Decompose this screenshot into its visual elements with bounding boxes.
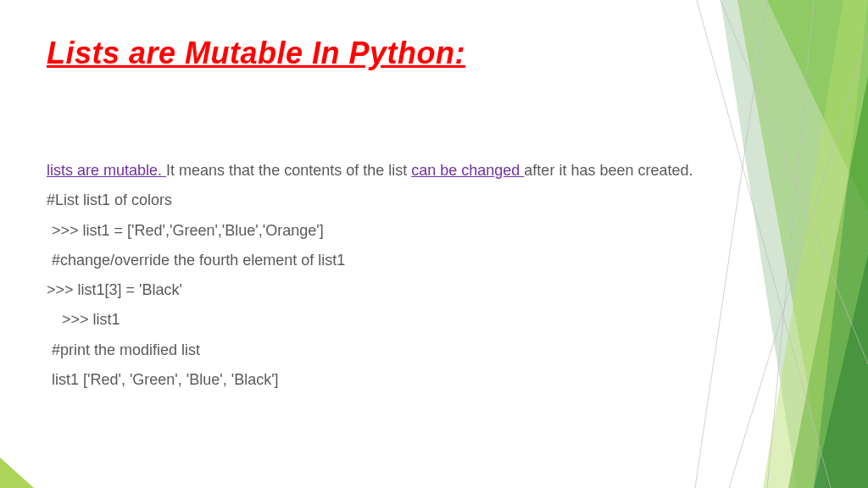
code-line: >>> list1 — [47, 309, 817, 330]
intro-text-2: after it has been created. — [524, 162, 693, 179]
svg-marker-0 — [0, 458, 34, 488]
link-lists-mutable[interactable]: lists are mutable. — [47, 162, 166, 179]
code-line: #change/override the fourth element of l… — [47, 250, 817, 270]
intro-text-1: It means that the contents of the list — [166, 162, 411, 179]
code-line: #print the modified list — [47, 340, 817, 360]
link-can-be-changed[interactable]: can be changed — [411, 162, 524, 179]
slide-title: Lists are Mutable In Python: — [47, 36, 817, 71]
code-line: list1 ['Red', 'Green', 'Blue', 'Black'] — [47, 369, 817, 390]
slide-content: Lists are Mutable In Python: lists are m… — [0, 0, 868, 390]
intro-paragraph: lists are mutable. It means that the con… — [47, 160, 817, 180]
slide-body: lists are mutable. It means that the con… — [47, 160, 817, 390]
code-line: >>> list1 = ['Red','Green','Blue','Orang… — [47, 220, 817, 241]
code-line: #List list1 of colors — [47, 190, 817, 210]
code-line: >>> list1[3] = 'Black' — [47, 280, 817, 300]
